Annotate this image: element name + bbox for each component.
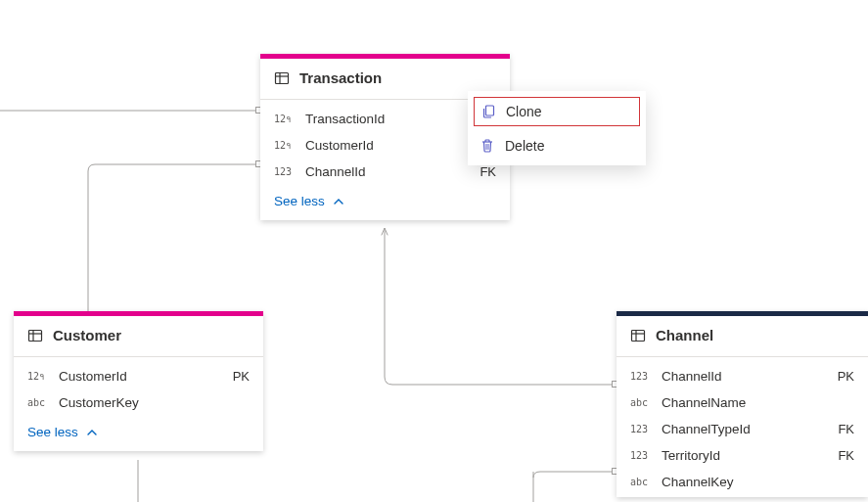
column-type-badge: abc [630, 477, 652, 487]
toggle-label: See less [274, 194, 325, 208]
menu-item-label: Clone [506, 104, 542, 119]
copy-icon [480, 104, 496, 119]
entity-header[interactable]: Channel [617, 316, 868, 357]
svg-rect-6 [632, 330, 645, 341]
table-icon [274, 70, 290, 86]
column-name: ChannelId [662, 369, 828, 384]
see-less-toggle[interactable]: See less [14, 418, 263, 451]
column-type-badge: 12१ [274, 114, 296, 125]
column-type-badge: 123 [274, 166, 296, 177]
column-name: ChannelTypeId [662, 422, 828, 436]
column-type-badge: abc [630, 397, 652, 408]
column-name: ChannelName [662, 395, 845, 410]
svg-rect-0 [276, 72, 289, 83]
entity-customer[interactable]: Customer 12१ CustomerId PK abc CustomerK… [14, 311, 263, 451]
column-type-badge: 123 [630, 424, 652, 434]
table-icon [630, 328, 646, 343]
column-row[interactable]: 123 TerritoryId FK [617, 442, 868, 469]
entity-title: Channel [656, 327, 713, 343]
column-row[interactable]: abc CustomerKey [14, 389, 263, 416]
column-key-badge: FK [480, 164, 496, 179]
column-type-badge: 12१ [274, 140, 296, 152]
column-list: 12१ CustomerId PK abc CustomerKey [14, 357, 263, 418]
column-name: CustomerKey [59, 395, 240, 410]
column-key-badge: PK [233, 369, 250, 384]
column-row[interactable]: abc ChannelKey [617, 469, 868, 495]
column-list: 123 ChannelId PK abc ChannelName 123 Cha… [617, 357, 868, 497]
svg-rect-9 [486, 106, 494, 115]
column-name: ChannelId [305, 164, 470, 179]
column-row[interactable]: abc ChannelName [617, 389, 868, 416]
column-type-badge: abc [27, 397, 49, 408]
svg-rect-3 [29, 330, 42, 341]
column-key-badge: PK [838, 369, 854, 384]
column-name: TerritoryId [662, 448, 828, 463]
entity-title: Transaction [299, 69, 382, 86]
trash-icon [480, 138, 495, 154]
chevron-up-icon [86, 427, 98, 438]
column-name: ChannelKey [662, 475, 845, 489]
column-type-badge: 123 [630, 371, 652, 382]
column-name: CustomerId [305, 138, 486, 153]
entity-channel[interactable]: Channel 123 ChannelId PK abc ChannelName… [617, 311, 868, 497]
column-type-badge: 123 [630, 450, 652, 461]
column-row[interactable]: 123 ChannelId PK [617, 363, 868, 389]
column-key-badge: FK [838, 422, 854, 436]
entity-header[interactable]: Customer [14, 316, 263, 357]
context-menu: Clone Delete [468, 91, 646, 165]
table-icon [27, 328, 43, 343]
menu-item-clone[interactable]: Clone [474, 97, 640, 126]
toggle-label: See less [27, 425, 78, 439]
entity-title: Customer [53, 327, 121, 343]
column-name: TransactionId [305, 112, 486, 126]
menu-item-label: Delete [505, 138, 544, 154]
column-key-badge: FK [838, 448, 854, 463]
menu-item-delete[interactable]: Delete [468, 130, 646, 161]
column-type-badge: 12१ [27, 371, 49, 383]
chevron-up-icon [333, 196, 344, 207]
column-row[interactable]: 123 ChannelTypeId FK [617, 416, 868, 442]
column-row[interactable]: 12१ CustomerId PK [14, 363, 263, 389]
see-less-toggle[interactable]: See less [260, 187, 510, 220]
column-name: CustomerId [59, 369, 223, 384]
